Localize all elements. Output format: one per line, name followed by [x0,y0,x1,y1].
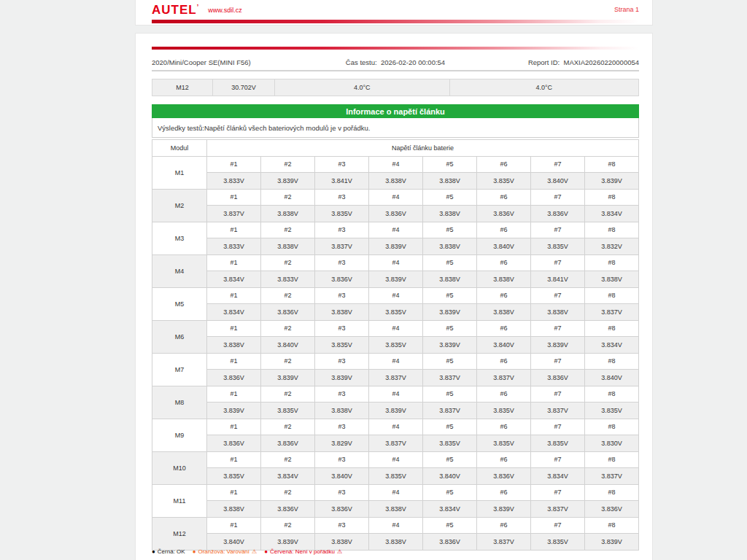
cell-number-label: #2 [261,484,315,501]
cell-voltage-value: 3.837V [585,468,639,485]
module-name: M7 [152,353,207,386]
summary-temp-min: 4.0°C [275,79,450,96]
module-column-header: Modul [152,140,207,157]
module-voltage-row: 3.836V3.839V3.839V3.837V3.837V3.837V3.83… [152,370,639,386]
cell-number-label: #4 [369,189,423,206]
cell-voltage-value: 3.837V [207,206,261,222]
cell-number-label: #1 [207,254,261,271]
cell-number-label: #4 [369,386,423,402]
cell-number-label: #1 [207,419,261,435]
cell-number-label: #6 [477,386,531,402]
page-red-gradient-bar [152,47,639,50]
cell-number-label: #8 [585,353,639,370]
cell-voltage-value: 3.839V [423,337,477,354]
cell-voltage-value: 3.838V [315,402,369,419]
cell-voltage-value: 3.840V [585,370,639,386]
cell-number-label: #5 [423,419,477,435]
cell-voltage-value: 3.834V [531,468,585,485]
cell-voltage-value: 3.839V [315,370,369,386]
cell-voltage-value: 3.837V [423,370,477,386]
cell-voltage-value: 3.840V [315,468,369,485]
cell-voltage-value: 3.837V [531,402,585,419]
cell-number-label: #7 [531,517,585,534]
module-name: M11 [152,484,207,517]
cell-number-label: #3 [315,517,369,534]
module-voltage-row: 3.838V3.840V3.835V3.835V3.839V3.840V3.83… [152,337,639,354]
module-name: M2 [152,189,207,222]
module-voltage-row: 3.836V3.836V3.829V3.837V3.835V3.835V3.83… [152,435,639,452]
module-name: M1 [152,156,207,189]
module-label-row: M11#1#2#3#4#5#6#7#8 [152,484,639,501]
cell-number-label: #4 [369,156,423,173]
warning-triangle-icon: ⚠ [252,549,257,555]
report-info-row: 2020/Mini/Cooper SE(MINI F56) Čas testu:… [152,54,639,70]
cell-number-label: #7 [531,287,585,304]
cell-voltage-value: 3.837V [531,501,585,518]
cell-voltage-value: 3.838V [369,534,423,551]
cell-voltage-value: 3.841V [531,271,585,288]
table-header-row: Modul Napětí článku baterie [152,140,639,157]
cell-number-label: #4 [369,254,423,271]
report-page: 2020/Mini/Cooper SE(MINI F56) Čas testu:… [135,33,653,560]
cell-number-label: #4 [369,484,423,501]
module-summary-strip: M12 30.702V 4.0°C 4.0°C [152,79,639,96]
top-header-strip: AUTEL’ www.sdil.cz Strana 1 [135,0,653,26]
cell-voltage-value: 3.837V [315,238,369,255]
cell-voltage-value: 3.838V [423,206,477,222]
cell-number-label: #3 [315,353,369,370]
cell-number-label: #8 [585,320,639,337]
cell-voltage-value: 3.838V [315,534,369,551]
cell-voltage-value: 3.837V [369,370,423,386]
cell-voltage-value: 3.836V [315,501,369,518]
cell-voltage-value: 3.838V [477,271,531,288]
module-voltage-row: 3.834V3.836V3.838V3.835V3.839V3.838V3.83… [152,304,639,321]
cell-number-label: #6 [477,222,531,238]
logo-trademark-mark: ’ [197,3,200,9]
cell-voltage-value: 3.838V [261,206,315,222]
cell-number-label: #6 [477,484,531,501]
cell-number-label: #5 [423,320,477,337]
module-label-row: M10#1#2#3#4#5#6#7#8 [152,451,639,468]
voltage-table: Modul Napětí článku baterie M1#1#2#3#4#5… [152,139,639,551]
cell-voltage-value: 3.839V [477,501,531,518]
cell-voltage-value: 3.836V [369,206,423,222]
cell-number-label: #1 [207,484,261,501]
cell-number-label: #2 [261,287,315,304]
report-id: Report ID: MAXIA20260220000054 [481,58,639,66]
module-voltage-row: 3.835V3.834V3.840V3.835V3.840V3.836V3.83… [152,468,639,485]
cell-voltage-value: 3.836V [207,370,261,386]
cell-voltage-value: 3.837V [369,435,423,452]
cell-voltage-value: 3.835V [477,173,531,190]
alarm-icon: ⚠ [337,549,342,555]
orange-dot-icon: ● [193,549,196,555]
cell-number-label: #5 [423,254,477,271]
cell-number-label: #2 [261,517,315,534]
cell-voltage-value: 3.835V [423,435,477,452]
info-divider-line [152,70,639,71]
cell-voltage-value: 3.830V [585,435,639,452]
cell-number-label: #8 [585,189,639,206]
cell-number-label: #2 [261,189,315,206]
module-voltage-row: 3.837V3.838V3.835V3.836V3.838V3.836V3.83… [152,206,639,222]
cell-voltage-value: 3.838V [207,337,261,354]
cell-number-label: #4 [369,419,423,435]
module-name: M3 [152,222,207,254]
test-result-text: Výsledky testů:Napětí článků všech bater… [152,118,639,138]
cell-voltage-value: 3.839V [423,304,477,321]
cell-number-label: #7 [531,484,585,501]
cell-voltage-value: 3.838V [369,173,423,190]
cell-voltage-value: 3.834V [585,206,639,222]
voltage-span-header: Napětí článku baterie [207,140,639,157]
cell-number-label: #4 [369,517,423,534]
cell-voltage-value: 3.835V [369,337,423,354]
red-dot-icon: ● [264,549,268,555]
cell-voltage-value: 3.838V [315,304,369,321]
cell-voltage-value: 3.835V [369,468,423,485]
cell-number-label: #2 [261,320,315,337]
cell-number-label: #8 [585,254,639,271]
cell-voltage-value: 3.834V [207,304,261,321]
cell-number-label: #5 [423,517,477,534]
cell-number-label: #8 [585,386,639,402]
cell-number-label: #8 [585,419,639,435]
cell-voltage-value: 3.832V [585,238,639,255]
